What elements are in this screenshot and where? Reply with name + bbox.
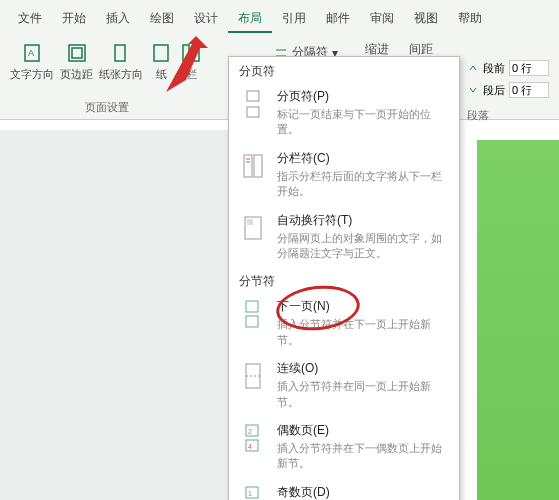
menu-review[interactable]: 审阅 [360, 6, 404, 33]
after-label: 段后 [483, 83, 505, 98]
group-paragraph: 段落 [467, 108, 549, 123]
menu-help[interactable]: 帮助 [448, 6, 492, 33]
section-section-breaks: 分节符 [229, 267, 459, 292]
spacing-controls: 段前 段后 段落 [467, 60, 549, 123]
menu-home[interactable]: 开始 [52, 6, 96, 33]
svg-rect-10 [247, 91, 259, 101]
menu-design[interactable]: 设计 [184, 6, 228, 33]
menu-bar: 文件 开始 插入 绘图 设计 布局 引用 邮件 审阅 视图 帮助 [0, 0, 559, 33]
menu-mailings[interactable]: 邮件 [316, 6, 360, 33]
continuous-icon [239, 360, 267, 392]
item-even-page[interactable]: 24 偶数页(E)插入分节符并在下一偶数页上开始新节。 [229, 416, 459, 478]
page-break-icon [239, 88, 267, 120]
svg-rect-20 [246, 364, 260, 388]
text-direction-button[interactable]: A文字方向 [10, 41, 54, 82]
svg-rect-12 [244, 155, 252, 177]
svg-text:1: 1 [248, 490, 252, 497]
item-continuous[interactable]: 连续(O)插入分节符并在同一页上开始新节。 [229, 354, 459, 416]
svg-rect-17 [247, 219, 253, 225]
section-page-breaks: 分页符 [229, 57, 459, 82]
menu-draw[interactable]: 绘图 [140, 6, 184, 33]
svg-rect-13 [254, 155, 262, 177]
svg-text:4: 4 [248, 443, 252, 450]
odd-page-icon: 13 [239, 484, 267, 500]
menu-view[interactable]: 视图 [404, 6, 448, 33]
item-column-break[interactable]: 分栏符(C)指示分栏符后面的文字将从下一栏开始。 [229, 144, 459, 206]
group-page-setup: 页面设置 [85, 100, 129, 115]
document-area [0, 130, 228, 500]
menu-layout[interactable]: 布局 [228, 6, 272, 33]
svg-text:A: A [28, 48, 34, 58]
spacing-before-input[interactable] [509, 60, 549, 76]
breaks-dropdown: 分页符 分页符(P)标记一页结束与下一页开始的位置。 分栏符(C)指示分栏符后面… [228, 56, 460, 500]
annotation-arrow [146, 30, 216, 100]
svg-rect-19 [246, 316, 258, 327]
orientation-button[interactable]: 纸张方向 [99, 41, 143, 82]
menu-insert[interactable]: 插入 [96, 6, 140, 33]
svg-rect-11 [247, 107, 259, 117]
svg-rect-4 [115, 45, 125, 61]
even-page-icon: 24 [239, 422, 267, 454]
svg-marker-30 [166, 36, 208, 92]
item-next-page[interactable]: 下一页(N)插入分节符并在下一页上开始新节。 [229, 292, 459, 354]
spacing-after-input[interactable] [509, 82, 549, 98]
column-break-icon [239, 150, 267, 182]
margins-button[interactable]: 页边距 [60, 41, 93, 82]
item-odd-page[interactable]: 13 奇数页(D)插入分节符并在下一奇数页上开始新节。 [229, 478, 459, 500]
item-text-wrap-break[interactable]: 自动换行符(T)分隔网页上的对象周围的文字，如分隔题注文字与正文。 [229, 206, 459, 268]
menu-references[interactable]: 引用 [272, 6, 316, 33]
menu-file[interactable]: 文件 [8, 6, 52, 33]
next-page-icon [239, 298, 267, 330]
svg-text:2: 2 [248, 428, 252, 435]
svg-rect-18 [246, 301, 258, 312]
item-page-break[interactable]: 分页符(P)标记一页结束与下一页开始的位置。 [229, 82, 459, 144]
side-graphic [477, 140, 559, 500]
before-label: 段前 [483, 61, 505, 76]
text-wrap-icon [239, 212, 267, 244]
svg-rect-3 [72, 48, 82, 58]
